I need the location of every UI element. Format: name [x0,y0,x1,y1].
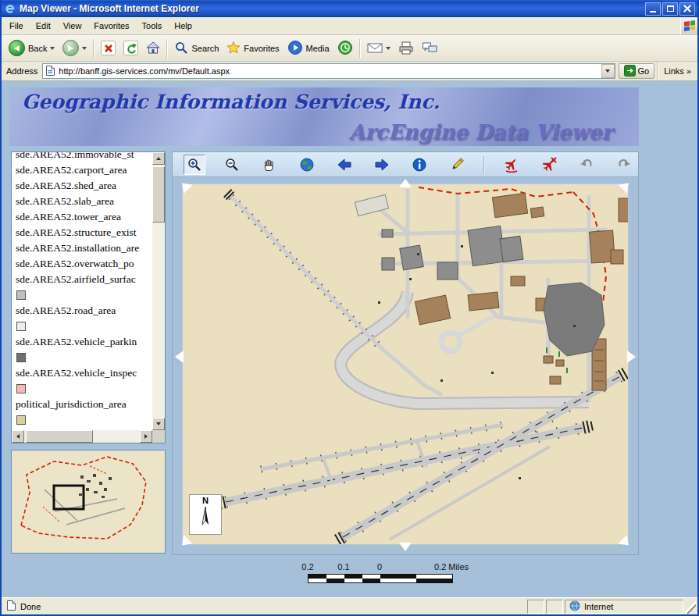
status-left-panel: Done [3,600,526,614]
stop-button[interactable] [97,39,119,57]
pencil-icon [449,157,465,173]
undo-tool[interactable] [576,155,597,175]
map-view[interactable]: N [182,183,629,545]
resize-grip[interactable] [685,600,696,614]
full-extent-tool[interactable] [296,155,318,175]
pan-tool[interactable] [259,155,280,175]
menu-view[interactable]: View [57,19,88,33]
scroll-left-button[interactable] [12,430,24,443]
page-content: Geographic Information Services, Inc. Ar… [2,81,697,597]
previous-extent-tool[interactable] [333,155,355,175]
address-dropdown-button[interactable] [601,64,615,78]
pan-north-arrow[interactable] [399,179,412,187]
draw-tool[interactable] [446,155,468,175]
arrow-right-icon [374,157,390,173]
site-banner: Geographic Information Services, Inc. Ar… [9,87,639,146]
menu-favorites[interactable]: Favorites [87,19,135,33]
zoom-in-icon [187,157,202,173]
history-button[interactable] [333,38,357,59]
forward-button[interactable] [59,38,91,58]
layer-list-panel: sde.AREA52.immovable_stsde.AREA52.carpor… [11,151,166,443]
pan-west-arrow[interactable] [175,351,184,363]
layer-item[interactable]: sde.AREA52.vehicle_inspec [13,365,151,381]
menu-help[interactable]: Help [168,19,198,33]
layer-item[interactable]: sde.AREA52.overwatch_po [13,256,151,272]
minimize-button[interactable] [645,2,661,16]
next-extent-tool[interactable] [371,155,393,175]
flight-clear-tool[interactable] [538,155,560,175]
title-bar: Map Viewer - Microsoft Internet Explorer [2,0,697,17]
refresh-icon [123,41,138,55]
layer-item[interactable]: political_jurisdiction_area [13,397,151,412]
refresh-button[interactable] [119,39,142,57]
layer-item[interactable]: sde.AREA52.tower_area [13,209,151,225]
close-icon [683,5,691,12]
mail-button[interactable] [363,40,394,57]
menu-file[interactable]: File [3,19,30,33]
close-button[interactable] [679,2,695,16]
toolbar-separator [166,39,168,58]
discuss-button[interactable] [418,40,441,57]
identify-tool[interactable] [408,155,430,175]
menu-edit[interactable]: Edit [30,19,57,33]
flight-line-tool[interactable] [501,155,522,175]
globe-icon [299,157,315,173]
discuss-icon [422,41,437,55]
zoom-in-tool[interactable] [184,155,205,175]
layer-symbol-swatch [16,415,26,425]
layer-item[interactable]: sde.AREA52.shed_area [13,178,151,194]
zoom-out-tool[interactable] [221,155,243,175]
arrow-left-icon [337,157,352,173]
links-chevron: » [687,66,691,76]
scale-label: 0.2 Miles [434,562,469,571]
layer-item[interactable]: sde.AREA52.structure_exist [13,225,151,240]
print-icon [398,41,414,56]
overview-map[interactable] [12,450,165,553]
minimize-icon [650,11,656,12]
back-icon [9,40,25,56]
address-url[interactable]: http://banff.gis-services.com/mv/Default… [59,66,601,76]
layer-item[interactable]: sde.AREA52.road_area [13,303,151,319]
layer-item[interactable]: sde.AREA52.carport_area [13,162,151,178]
maximize-button[interactable] [662,2,678,16]
menu-tools[interactable]: Tools [136,19,169,33]
search-button[interactable]: Search [170,39,223,58]
address-field[interactable]: http://banff.gis-services.com/mv/Default… [42,63,615,79]
layer-item[interactable]: sde.AREA52.airfield_surfac [13,272,151,287]
layer-swatch-row [13,319,151,334]
favorites-button[interactable]: Favorites [223,39,283,58]
redo-tool[interactable] [613,155,635,175]
pan-south-arrow[interactable] [399,543,412,551]
go-button[interactable]: Go [619,63,655,79]
scroll-down-button[interactable] [152,418,165,430]
back-button[interactable]: Back [5,38,59,58]
hand-icon [262,157,277,173]
mail-icon [367,41,383,55]
media-label: Media [306,44,330,53]
overview-map-panel[interactable] [11,450,166,554]
favorites-label: Favorites [244,44,279,53]
vertical-scrollbar[interactable] [152,152,165,430]
links-button[interactable]: Links » [661,66,694,76]
media-button[interactable]: Media [284,38,333,59]
zone-text: Internet [584,602,613,611]
redo-icon [616,157,632,173]
layer-item[interactable]: sde.AREA52.installation_are [13,240,151,256]
scroll-up-button[interactable] [152,152,165,165]
scroll-right-button[interactable] [140,430,152,443]
home-button[interactable] [142,39,164,57]
back-dropdown-icon [50,47,55,50]
layer-item[interactable]: sde.AREA52.immovable_st [13,152,151,162]
layer-item[interactable]: sde.AREA52.vehicle_parkin [13,334,151,350]
horizontal-scrollbar[interactable] [12,430,152,443]
map-canvas[interactable] [183,184,629,545]
layer-symbol-swatch [16,353,26,362]
pan-east-arrow[interactable] [627,351,636,363]
layer-symbol-swatch [16,322,26,331]
print-button[interactable] [394,39,418,58]
horizontal-scroll-thumb[interactable] [26,430,93,443]
layer-item[interactable]: sde.AREA52.slab_area [13,194,151,209]
mail-dropdown-icon [386,47,391,50]
vertical-scroll-thumb[interactable] [152,166,165,223]
scroll-down-icon [156,422,161,426]
